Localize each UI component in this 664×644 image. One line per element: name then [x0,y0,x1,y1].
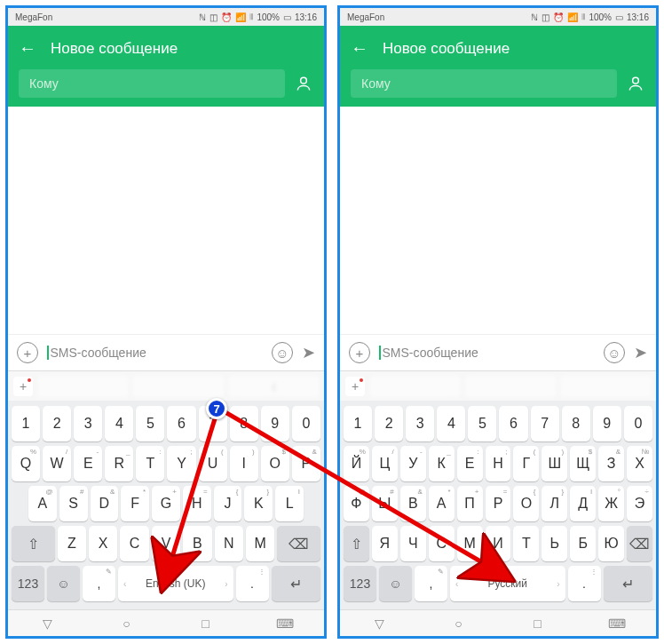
emoji-key[interactable]: ☺ [379,566,412,601]
key-а[interactable]: *А [429,486,455,521]
key-ш[interactable]: )Ш [541,446,567,481]
key-z[interactable]: Z [58,526,86,561]
nav-home-icon[interactable]: ○ [120,616,134,631]
contact-picker-icon[interactable] [626,74,645,93]
key-e[interactable]: -E [74,446,102,481]
key-ф[interactable]: @Ф [344,486,369,521]
suggestion-expand[interactable]: + [345,377,365,396]
back-arrow-icon[interactable]: ← [19,38,36,59]
period-key[interactable]: ⋮. [568,566,601,601]
suggestion-3[interactable] [561,376,651,397]
key-1[interactable]: 1 [12,406,40,441]
key-х[interactable]: №Х [627,446,652,481]
enter-key[interactable]: ↵ [604,566,653,601]
key-к[interactable]: _К [429,446,455,481]
attach-button[interactable]: + [349,342,370,363]
key-у[interactable]: -У [400,446,426,481]
key-s[interactable]: #S [59,486,88,521]
key-y[interactable]: ;Y [167,446,195,481]
spacebar-english[interactable]: ‹English (UK)› [118,566,233,601]
key-5[interactable]: 5 [468,406,496,441]
key-4[interactable]: 4 [105,406,133,441]
suggestion-1[interactable] [370,376,460,397]
key-л[interactable]: }Л [541,486,567,521]
key-p[interactable]: &P [292,446,320,481]
key-2[interactable]: 2 [375,406,403,441]
key-d[interactable]: &D [91,486,119,521]
key-b[interactable]: B [183,526,211,561]
nav-recent-icon[interactable]: □ [199,616,213,631]
key-ь[interactable]: Ь [541,526,567,561]
key-t[interactable]: :T [136,446,164,481]
key-6[interactable]: 6 [499,406,527,441]
key-6[interactable]: 6 [167,406,195,441]
nav-back-icon[interactable]: ▽ [373,616,387,631]
message-input[interactable]: SMS-сообщение [47,346,263,360]
key-в[interactable]: &В [400,486,426,521]
key-2[interactable]: 2 [43,406,71,441]
emoji-button[interactable]: ☺ [272,342,293,363]
suggestion-2[interactable] [465,376,555,397]
key-е[interactable]: :Е [457,446,483,481]
key-б[interactable]: Б [570,526,596,561]
key-г[interactable]: (Г [513,446,539,481]
123-key[interactable]: 123 [344,566,376,601]
backspace-key[interactable]: ⌫ [627,526,652,561]
recipient-input[interactable]: Кому [351,69,617,98]
key-4[interactable]: 4 [437,406,465,441]
recipient-input[interactable]: Кому [19,69,285,98]
nav-recent-icon[interactable]: □ [531,616,545,631]
key-м[interactable]: М [457,526,483,561]
key-c[interactable]: C [120,526,148,561]
send-button[interactable]: ➤ [634,343,647,362]
key-т[interactable]: Т [513,526,539,561]
key-7[interactable]: 7 [531,406,559,441]
123-key[interactable]: 123 [12,566,44,601]
backspace-key[interactable]: ⌫ [277,526,320,561]
contact-picker-icon[interactable] [294,74,313,93]
key-р[interactable]: =Р [486,486,511,521]
key-0[interactable]: 0 [292,406,320,441]
key-7[interactable]: 7 [199,406,227,441]
key-н[interactable]: ;Н [486,446,511,481]
key-8[interactable]: 8 [230,406,258,441]
back-arrow-icon[interactable]: ← [351,38,368,59]
key-o[interactable]: $O [261,446,289,481]
send-button[interactable]: ➤ [302,343,315,362]
message-input[interactable]: SMS-сообщение [379,346,595,360]
key-5[interactable]: 5 [136,406,164,441]
suggestion-3[interactable]: | [229,376,319,397]
nav-keyboard-icon[interactable]: ⌨ [610,616,624,631]
key-u[interactable]: (U [199,446,227,481]
key-й[interactable]: %Й [344,446,369,481]
shift-key[interactable]: ⇧ [344,526,369,561]
key-д[interactable]: IД [570,486,596,521]
key-ж[interactable]: °Ж [598,486,624,521]
comma-key[interactable]: ✎, [415,566,447,601]
key-m[interactable]: M [246,526,274,561]
key-п[interactable]: +П [457,486,483,521]
attach-button[interactable]: + [17,342,38,363]
key-9[interactable]: 9 [593,406,621,441]
key-x[interactable]: X [89,526,117,561]
key-w[interactable]: /W [43,446,71,481]
key-ч[interactable]: Ч [400,526,426,561]
enter-key[interactable]: ↵ [272,566,321,601]
shift-key[interactable]: ⇧ [12,526,55,561]
key-f[interactable]: *F [121,486,149,521]
suggestion-2[interactable] [133,376,223,397]
key-k[interactable]: }K [244,486,273,521]
suggestion-1[interactable] [38,376,128,397]
key-о[interactable]: {О [513,486,539,521]
key-э[interactable]: ÷Э [627,486,652,521]
key-g[interactable]: +G [152,486,180,521]
suggestion-expand[interactable]: + [13,377,33,396]
key-с[interactable]: С [429,526,455,561]
key-и[interactable]: И [486,526,511,561]
key-j[interactable]: {J [214,486,242,521]
emoji-button[interactable]: ☺ [604,342,625,363]
key-ю[interactable]: Ю [598,526,624,561]
key-8[interactable]: 8 [562,406,590,441]
key-1[interactable]: 1 [344,406,372,441]
key-v[interactable]: V [152,526,180,561]
